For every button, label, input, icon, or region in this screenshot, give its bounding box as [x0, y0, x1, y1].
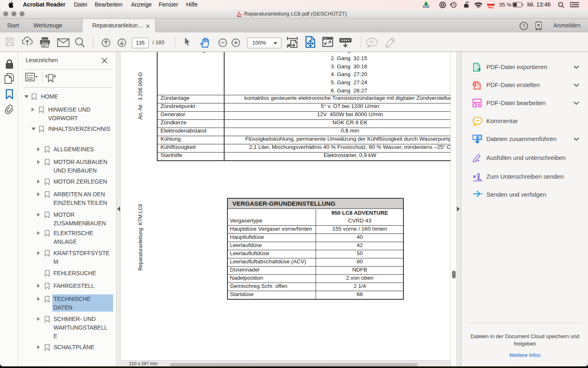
svg-text:PRO: PRO [488, 6, 494, 9]
svg-text:?: ? [522, 23, 525, 29]
